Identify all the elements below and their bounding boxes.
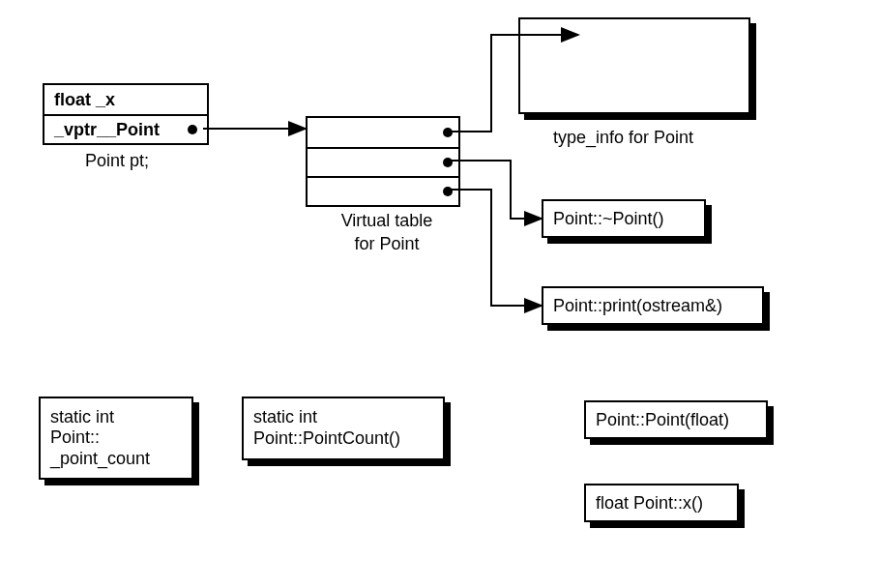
point-row-label: _vptr__Point (54, 120, 160, 140)
box-label: Point::Point(float) (596, 410, 729, 430)
box-label: Point::print(ostream&) (553, 296, 722, 316)
point-row-vptr: _vptr__Point (44, 114, 207, 143)
box-label: float Point::x() (596, 493, 703, 514)
static-fn-box: static int Point::PointCount() (242, 397, 445, 460)
type-info-box (518, 17, 750, 114)
box-label: Point::~Point() (553, 209, 664, 229)
box-line: static int (50, 407, 114, 428)
point-object-caption: Point pt; (85, 151, 149, 171)
dtor-box: Point::~Point() (542, 199, 706, 238)
box-line: static int (253, 407, 317, 428)
box-line: Point::PointCount() (253, 428, 400, 450)
x-fn-box: float Point::x() (584, 484, 739, 522)
vtable-caption-1: Virtual table (319, 211, 455, 231)
diagram-canvas: float _x _vptr__Point Point pt; Virtual … (0, 0, 880, 588)
point-row-float-x: float _x (44, 85, 207, 114)
point-row-label: float _x (54, 90, 115, 110)
print-box: Point::print(ostream&) (542, 286, 764, 325)
vtable-slot-2 (308, 176, 458, 205)
box-line: _point_count (50, 449, 150, 470)
box-line: Point:: (50, 427, 100, 449)
point-object-box: float _x _vptr__Point (43, 83, 209, 145)
pointer-origin-dot-icon (188, 125, 197, 134)
vtable-slot-0 (308, 118, 458, 147)
vtable-caption-2: for Point (319, 234, 455, 254)
pointer-origin-dot-icon (443, 128, 453, 137)
type-info-caption: type_info for Point (553, 128, 693, 148)
ctor-box: Point::Point(float) (584, 400, 768, 439)
pointer-origin-dot-icon (443, 187, 453, 196)
pointer-origin-dot-icon (443, 158, 453, 167)
static-var-box: static int Point:: _point_count (39, 397, 193, 480)
vtable-slot-1 (308, 147, 458, 176)
virtual-table-box (306, 116, 460, 207)
